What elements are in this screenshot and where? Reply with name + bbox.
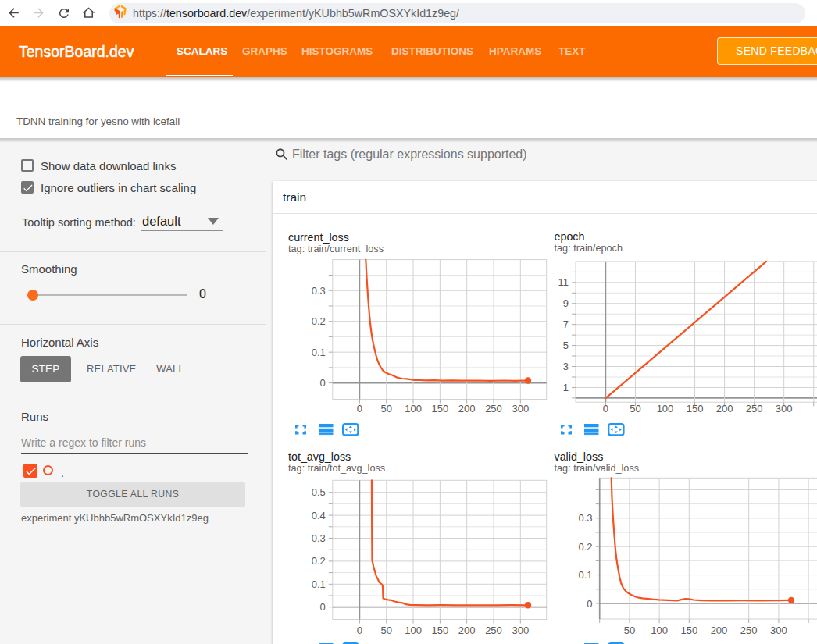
svg-text:0.3: 0.3: [312, 285, 326, 297]
svg-text:150: 150: [432, 624, 449, 636]
svg-text:0.2: 0.2: [579, 541, 593, 553]
svg-text:150: 150: [432, 403, 449, 415]
svg-text:150: 150: [687, 403, 704, 415]
svg-text:200: 200: [711, 624, 728, 636]
svg-text:250: 250: [740, 624, 758, 636]
svg-text:0.4: 0.4: [312, 510, 326, 521]
svg-text:0: 0: [603, 403, 608, 415]
svg-text:50: 50: [380, 403, 391, 415]
svg-text:100: 100: [657, 403, 674, 415]
svg-text:0.3: 0.3: [312, 532, 326, 544]
svg-text:150: 150: [680, 624, 697, 636]
svg-text:300: 300: [512, 403, 529, 415]
svg-text:0: 0: [357, 624, 362, 636]
svg-text:50: 50: [624, 624, 635, 636]
svg-text:0.3: 0.3: [579, 512, 593, 524]
svg-text:0.1: 0.1: [312, 578, 326, 590]
svg-text:5: 5: [563, 340, 569, 351]
svg-text:100: 100: [405, 624, 422, 636]
svg-text:7: 7: [563, 318, 569, 330]
svg-text:100: 100: [405, 403, 422, 415]
svg-text:100: 100: [651, 624, 668, 636]
svg-text:200: 200: [716, 403, 733, 415]
svg-text:0.1: 0.1: [312, 347, 326, 358]
svg-text:11: 11: [558, 276, 569, 288]
svg-text:0: 0: [320, 377, 326, 389]
svg-text:50: 50: [380, 624, 391, 636]
svg-text:0.5: 0.5: [312, 486, 326, 498]
svg-text:0.2: 0.2: [312, 315, 326, 327]
svg-text:0.1: 0.1: [579, 569, 593, 581]
svg-text:300: 300: [770, 624, 787, 636]
svg-text:3: 3: [563, 361, 569, 372]
svg-text:250: 250: [485, 624, 502, 636]
svg-text:200: 200: [458, 624, 476, 636]
svg-text:250: 250: [485, 403, 502, 415]
svg-text:50: 50: [630, 403, 640, 415]
svg-text:200: 200: [458, 403, 476, 415]
svg-text:0.2: 0.2: [312, 555, 326, 567]
svg-text:0: 0: [320, 601, 326, 613]
svg-text:0: 0: [357, 403, 362, 415]
svg-text:0: 0: [587, 598, 592, 610]
svg-text:300: 300: [512, 624, 529, 636]
svg-text:9: 9: [563, 297, 569, 309]
svg-text:300: 300: [776, 403, 793, 415]
svg-text:250: 250: [746, 403, 763, 415]
svg-text:1: 1: [563, 382, 569, 393]
